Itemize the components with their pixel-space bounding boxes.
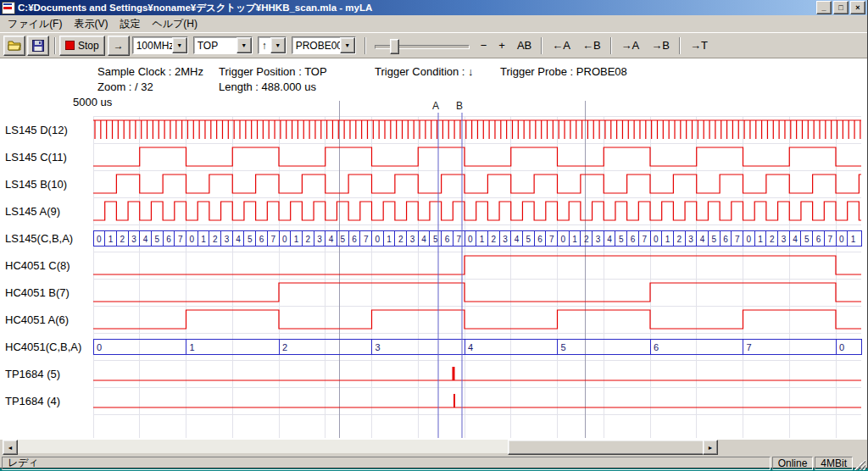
bus-value: 1: [387, 235, 392, 244]
channel-label: TP1684 (5): [5, 368, 60, 380]
toolbar-separator: [541, 37, 542, 54]
goto-trigger-button[interactable]: →T: [684, 36, 714, 56]
toolbar-separator: [679, 37, 681, 54]
zoom-out-button[interactable]: −: [475, 36, 493, 56]
bus-value: 2: [282, 342, 287, 352]
bus-value: 2: [213, 235, 218, 244]
bus-value: 3: [503, 235, 508, 244]
ab-button[interactable]: AB: [511, 36, 537, 56]
bus-value: 4: [607, 235, 612, 244]
bus-value: 6: [537, 235, 542, 244]
bus-value: 0: [747, 235, 752, 244]
menu-file[interactable]: ファイル(F): [2, 15, 68, 33]
open-folder-icon: [8, 40, 21, 51]
bus-value: 4: [468, 342, 473, 352]
menu-settings[interactable]: 設定: [114, 15, 146, 33]
bus-value: 0: [468, 235, 473, 244]
maximize-button[interactable]: □: [833, 1, 849, 14]
goto-a-left-button[interactable]: ←A: [546, 36, 576, 56]
bus-value: 2: [770, 235, 775, 244]
goto-a-right-button[interactable]: →A: [615, 36, 646, 56]
menu-help[interactable]: ヘルプ(H): [146, 15, 203, 33]
probe-value: PROBE00: [296, 40, 340, 52]
stop-label: Stop: [78, 40, 99, 52]
scroll-left-button[interactable]: ◄: [3, 440, 18, 455]
bus-value: 4: [793, 235, 798, 244]
trigger-pos-dropdown-button[interactable]: ▼: [236, 37, 252, 53]
edge-select[interactable]: ↑ ▼: [258, 36, 287, 54]
bus-value: 1: [108, 235, 114, 244]
resize-grip[interactable]: [854, 459, 865, 470]
channel-label: LS145 C(11): [5, 151, 67, 163]
bus-value: 4: [329, 235, 334, 244]
bus-value: 0: [654, 235, 659, 244]
scroll-right-button[interactable]: ►: [703, 440, 718, 455]
bus-value: 0: [190, 235, 195, 244]
bus-value: 4: [143, 235, 148, 244]
zoom-in-button[interactable]: +: [492, 36, 511, 56]
bus-value: 3: [131, 235, 136, 244]
title-bar[interactable]: C:¥Documents and Settings¥noname¥デスクトップ¥…: [0, 0, 867, 15]
stop-icon: [65, 41, 75, 50]
bus-value: 5: [248, 235, 253, 244]
channel-label: LS145 D(12): [5, 124, 68, 136]
status-memory: 4MBit: [815, 457, 853, 470]
pulse-mark: [453, 367, 455, 380]
channel-label: LS145 B(10): [5, 178, 67, 191]
bus-value: 7: [456, 235, 461, 244]
waveform-LS145 B(10): [93, 175, 861, 193]
trigger-pos-value: TOP: [198, 40, 236, 52]
info-trigger-position: Trigger Position : TOP: [219, 65, 327, 78]
clock-value: 100MHz: [136, 40, 172, 52]
bus-value: 5: [619, 235, 624, 244]
bus-value: 6: [259, 235, 264, 244]
channel-label: TP1684 (4): [5, 395, 60, 407]
bus-value: 6: [352, 235, 357, 244]
goto-b-left-button[interactable]: ←B: [576, 36, 607, 56]
close-button[interactable]: ×: [850, 1, 865, 14]
bus-value: 2: [676, 235, 682, 244]
bus-value: 0: [97, 342, 102, 352]
bus-value: 1: [665, 235, 670, 244]
bus-value: 7: [827, 235, 832, 244]
bus-value: 4: [700, 235, 705, 244]
bus-value: 6: [445, 235, 450, 244]
bus-value: 7: [270, 235, 275, 244]
bus-value: 0: [282, 235, 287, 244]
bus-value: 6: [816, 235, 821, 244]
bus-value: 0: [839, 342, 844, 352]
info-length: Length : 488.000 us: [219, 80, 316, 93]
waveform-HC4051 B(7): [93, 283, 861, 302]
channel-label: HC4051 A(6): [5, 313, 69, 326]
horizontal-scrollbar[interactable]: ◄ ►: [3, 440, 718, 453]
clock-select[interactable]: 100MHz ▼: [132, 36, 188, 54]
goto-b-right-button[interactable]: →B: [645, 36, 676, 56]
probe-select[interactable]: PROBE00 ▼: [292, 36, 356, 54]
save-button[interactable]: [27, 36, 49, 56]
bus-value: 3: [596, 235, 601, 244]
probe-dropdown-button[interactable]: ▼: [340, 37, 355, 53]
status-online: Online: [772, 457, 814, 470]
bus-value: 2: [398, 235, 403, 244]
scrollbar-thumb[interactable]: [508, 440, 704, 455]
bus-value: 6: [631, 235, 636, 244]
save-floppy-icon: [32, 40, 44, 52]
trigger-pos-select[interactable]: TOP ▼: [193, 36, 253, 54]
waveform-LS145 C(11): [93, 147, 861, 166]
info-trigger-condition: Trigger Condition : ↓: [375, 65, 474, 78]
menu-view[interactable]: 表示(V): [68, 15, 114, 33]
stop-button[interactable]: Stop: [59, 36, 105, 56]
info-zoom: Zoom : / 32: [97, 80, 153, 93]
clock-dropdown-button[interactable]: ▼: [172, 37, 187, 53]
minimize-button[interactable]: _: [816, 1, 832, 14]
zoom-slider-handle[interactable]: [390, 39, 399, 54]
bus-value: 5: [526, 235, 531, 244]
channel-label: LS145 A(9): [5, 205, 60, 218]
edge-dropdown-button[interactable]: ▼: [270, 37, 286, 53]
open-button[interactable]: [3, 36, 25, 56]
cursor-B-label: B: [456, 100, 463, 112]
run-button[interactable]: →: [108, 36, 130, 56]
bus-value: 4: [515, 235, 520, 244]
cursor-A-label: A: [432, 100, 439, 112]
zoom-slider[interactable]: [375, 36, 470, 55]
